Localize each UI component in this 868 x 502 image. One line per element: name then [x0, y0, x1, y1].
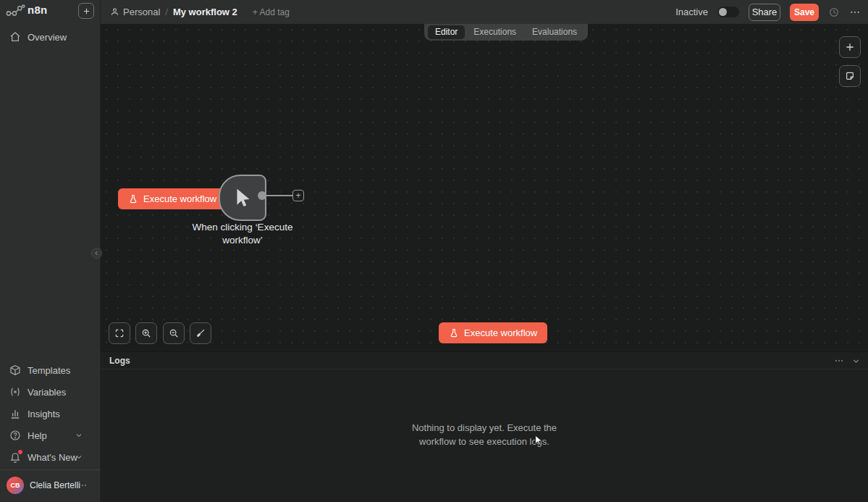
logo-row: n8n — [0, 0, 101, 22]
toggle-knob — [719, 8, 727, 16]
add-sticky-note-button[interactable] — [839, 65, 861, 87]
workflow-canvas[interactable]: Execute workflow + When clicking ‘Execut… — [101, 24, 868, 351]
execute-workflow-label: Execute workflow — [464, 327, 537, 338]
tab-evaluations[interactable]: Evaluations — [525, 25, 584, 39]
tab-executions[interactable]: Executions — [466, 25, 523, 39]
user-more-icon[interactable] — [77, 480, 88, 490]
sidebar-item-label: Variables — [28, 387, 66, 398]
share-button[interactable]: Share — [749, 4, 780, 21]
sidebar: n8n Overview Templates Variables Insight… — [0, 0, 101, 502]
chevron-down-icon — [75, 453, 83, 461]
sidebar-item-label: What's New — [28, 452, 77, 463]
history-icon[interactable] — [828, 7, 840, 18]
tidy-up-icon — [195, 328, 206, 338]
sidebar-item-help[interactable]: Help — [0, 424, 101, 446]
cursor-icon — [232, 187, 253, 209]
bell-icon — [9, 451, 21, 463]
sidebar-item-overview[interactable]: Overview — [0, 26, 101, 48]
chevron-left-icon — [93, 250, 100, 256]
breadcrumb-project[interactable]: Personal — [110, 7, 160, 17]
chevron-down-icon — [75, 431, 83, 440]
logs-empty-state: Nothing to display yet. Execute the work… — [101, 422, 868, 449]
execute-workflow-button[interactable]: Execute workflow — [118, 188, 227, 209]
divider — [0, 469, 101, 470]
sidebar-item-variables[interactable]: Variables — [0, 381, 101, 403]
logs-more-icon[interactable] — [834, 356, 844, 366]
sidebar-item-insights[interactable]: Insights — [0, 403, 101, 424]
flask-icon — [128, 194, 138, 204]
sidebar-collapse-handle[interactable] — [91, 248, 102, 259]
breadcrumb: Personal / My workflow 2 + Add tag — [110, 0, 290, 24]
zoom-in-button[interactable] — [135, 322, 157, 344]
user-menu[interactable]: CB Clelia Bertelli — [0, 472, 101, 498]
zoom-in-icon — [141, 328, 151, 338]
node-connector-line — [266, 195, 293, 196]
breadcrumb-project-label: Personal — [123, 7, 160, 17]
add-next-node-button[interactable]: + — [292, 190, 304, 201]
execute-workflow-button-bottom[interactable]: Execute workflow — [439, 322, 547, 343]
sidebar-item-label: Templates — [28, 365, 70, 376]
sticky-note-icon — [845, 71, 855, 81]
flask-icon — [449, 328, 459, 338]
sidebar-item-label: Insights — [28, 409, 60, 419]
notification-badge — [18, 450, 22, 454]
logs-panel: Logs Nothing to display yet. Execute the… — [101, 351, 868, 502]
sidebar-item-label: Overview — [28, 32, 67, 43]
active-toggle[interactable] — [717, 7, 739, 17]
zoom-out-icon — [169, 328, 179, 338]
node-caption[interactable]: When clicking ‘Execute workflow’ — [177, 221, 308, 247]
execute-workflow-label: Execute workflow — [143, 193, 216, 204]
person-icon — [110, 7, 119, 17]
fit-view-icon — [114, 328, 125, 338]
plus-icon — [83, 7, 90, 15]
topbar-actions: Inactive Share Save — [675, 0, 861, 24]
workflow-tabbar: Editor Executions Evaluations — [424, 24, 588, 41]
save-button[interactable]: Save — [790, 4, 819, 21]
breadcrumb-separator: / — [165, 7, 168, 17]
n8n-logo-icon — [6, 4, 25, 17]
logs-title: Logs — [109, 356, 130, 366]
zoom-out-button[interactable] — [163, 322, 185, 344]
logs-collapse-icon[interactable] — [851, 356, 861, 366]
topbar: Personal / My workflow 2 + Add tag Inact… — [101, 0, 868, 24]
tab-editor[interactable]: Editor — [428, 25, 465, 39]
bar-chart-icon — [9, 408, 21, 419]
workflow-status-label: Inactive — [675, 7, 708, 17]
help-circle-icon — [9, 430, 21, 441]
new-workflow-button[interactable] — [78, 3, 94, 19]
logs-actions — [834, 352, 861, 369]
app-title: n8n — [28, 4, 48, 16]
plus-icon — [845, 42, 855, 52]
fit-view-button[interactable] — [109, 322, 130, 344]
more-options-icon[interactable] — [849, 7, 861, 18]
workflow-title[interactable]: My workflow 2 — [173, 7, 237, 17]
add-tag-button[interactable]: + Add tag — [253, 7, 290, 17]
tidy-up-button[interactable] — [190, 322, 211, 344]
home-icon — [9, 31, 21, 43]
package-icon — [9, 364, 21, 376]
logs-header[interactable]: Logs — [101, 352, 868, 369]
sidebar-item-label: Help — [28, 430, 47, 441]
add-node-button[interactable] — [839, 36, 861, 58]
sidebar-item-templates[interactable]: Templates — [0, 359, 101, 381]
variables-icon — [9, 386, 21, 398]
avatar: CB — [7, 477, 24, 494]
user-name: Clelia Bertelli — [30, 480, 80, 490]
plus-icon: + — [295, 191, 300, 200]
sidebar-item-whats-new[interactable]: What's New — [0, 446, 101, 468]
